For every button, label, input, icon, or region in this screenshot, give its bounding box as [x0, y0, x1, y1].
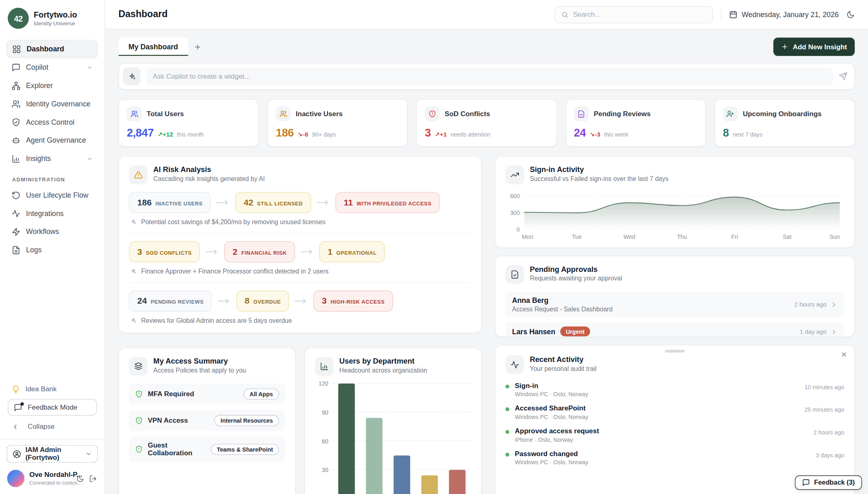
card-subtitle: Headcount across organization — [339, 367, 427, 373]
y-tick: 90 — [322, 409, 328, 415]
y-tick: 30 — [322, 467, 328, 473]
sparkles-icon — [130, 218, 137, 225]
sidebar-item-label: Agent Governance — [26, 136, 86, 144]
sidebar: 42 Fortytwo.io Identity Universe Dashboa… — [0, 0, 105, 494]
chevron-down-icon — [86, 64, 93, 71]
search-input[interactable] — [573, 11, 706, 18]
chevron-left-icon — [12, 423, 19, 430]
drag-handle[interactable] — [665, 350, 685, 353]
brand: 42 Fortytwo.io Identity Universe — [0, 0, 105, 34]
sidebar-item-label: Explorer — [26, 82, 53, 90]
message-icon — [14, 403, 22, 411]
sidebar-item-workflows[interactable]: Workflows — [7, 223, 98, 241]
role-selector-label: IAM Admin (Fortytwo) — [25, 446, 81, 461]
dept-bar-finance — [449, 470, 466, 494]
feedback-button[interactable]: Feedback (3) — [795, 475, 862, 490]
tab-my-dashboard[interactable]: My Dashboard — [119, 37, 188, 56]
role-selector[interactable]: IAM Admin (Fortytwo) — [7, 445, 98, 463]
policy-row-mfa: MFA Required All Apps — [129, 384, 285, 405]
risk-chip: 186INACTIVE USERS — [129, 192, 211, 213]
avatar[interactable] — [7, 469, 25, 487]
sign-in-activity-card: Sign-in Activity Successful vs Failed si… — [495, 156, 855, 248]
chevron-down-icon — [85, 450, 92, 457]
stat-card-upcoming-onboardings: Upcoming Onboardings 8 next 7 days — [715, 99, 855, 147]
risk-chip: 3SOD CONFLICTS — [129, 241, 200, 262]
sidebar-item-integrations[interactable]: Integrations — [7, 204, 98, 223]
y-axis: 0306090120 — [315, 384, 329, 494]
stat-suffix: next 7 days — [733, 131, 762, 138]
risk-chip: 1OPERATIONAL — [319, 241, 385, 262]
sidebar-item-dashboard[interactable]: Dashboard — [7, 40, 98, 58]
stat-card-sod-conflicts: SoD Conflicts 3 ↗+1 needs attention — [417, 99, 557, 147]
y-tick: 300 — [510, 210, 520, 216]
shield-icon — [135, 417, 143, 424]
y-tick: 0 — [517, 226, 520, 233]
search-box — [554, 6, 713, 23]
lightbulb-icon — [12, 385, 20, 393]
users-icon — [276, 106, 291, 121]
brand-logo: 42 — [8, 8, 29, 29]
ai-insight: Finance Approver + Finance Processor con… — [130, 268, 471, 274]
tab-bar: My Dashboard Add New Insight — [119, 37, 855, 56]
stat-delta: ↘-3 — [590, 131, 600, 139]
sidebar-item-agent-governance[interactable]: Agent Governance — [7, 131, 98, 150]
user-status: Connected to contos... — [29, 480, 72, 486]
collapse-button[interactable]: Collapse — [7, 419, 98, 434]
stat-label: Total Users — [147, 110, 184, 118]
idea-bank-button[interactable]: Idea Bank — [7, 382, 98, 397]
sidebar-item-label: Integrations — [26, 209, 64, 217]
arrow-right-icon — [216, 200, 230, 205]
risk-flow-reviews: 24PENDING REVIEWS 8OVERDUE 3HIGH-RISK AC… — [129, 291, 471, 312]
arrow-right-icon — [317, 200, 330, 205]
add-tab-button[interactable] — [194, 43, 201, 51]
sidebar-item-explorer[interactable]: Explorer — [7, 76, 98, 95]
risk-chip: 11WITH PRIVILEGED ACCESS — [336, 192, 440, 213]
activity-label: Password changed — [515, 450, 811, 458]
dept-bar-engineering — [338, 384, 355, 494]
card-title: My Access Summary — [153, 357, 246, 365]
sidebar-item-insights[interactable]: Insights — [7, 150, 98, 168]
card-title: Users by Department — [339, 357, 427, 365]
sidebar-item-label: User Lifecycle Flow — [26, 191, 88, 199]
sidebar-item-access-control[interactable]: Access Control — [7, 113, 98, 131]
sidebar-item-label: Dashboard — [27, 45, 64, 53]
y-tick: 600 — [510, 193, 520, 199]
activity-icon — [506, 355, 524, 374]
sidebar-item-copilot[interactable]: Copilot — [7, 58, 98, 77]
sidebar-item-label: Identity Governance — [26, 99, 91, 108]
date-picker[interactable]: Wednesday, January 21, 2026 — [729, 10, 839, 18]
policy-label: Guest Collaboration — [148, 442, 206, 457]
message-icon — [802, 479, 810, 486]
risk-chip: 24PENDING REVIEWS — [129, 291, 212, 312]
approval-name: Anna Berg — [512, 296, 613, 304]
card-subtitle: Successful vs Failed sign-ins over the l… — [530, 175, 668, 182]
moon-icon[interactable] — [76, 474, 84, 482]
insights-icon — [12, 154, 21, 163]
activity-detail: Windows PC · Oslo, Norway — [515, 413, 799, 420]
copilot-input[interactable] — [146, 68, 833, 85]
feedback-mode-button[interactable]: Feedback Mode — [8, 399, 97, 416]
file-check-icon — [574, 106, 589, 121]
close-icon[interactable] — [840, 351, 848, 358]
theme-toggle-moon-icon[interactable] — [846, 10, 855, 18]
department-bar-chart: 0306090120 — [315, 384, 471, 494]
add-new-insight-button[interactable]: Add New Insight — [773, 37, 855, 56]
file-check-icon — [506, 265, 524, 284]
divider — [129, 233, 471, 234]
approval-row[interactable]: Anna Berg Access Request - Sales Dashboa… — [506, 292, 844, 317]
user-circle-icon — [13, 450, 21, 458]
approval-row[interactable]: Lars HansenUrgent 1 day ago — [506, 322, 844, 337]
logout-icon[interactable] — [89, 474, 97, 482]
divider — [721, 8, 721, 21]
user-name: Ove Nordahl-P... — [29, 471, 72, 479]
policy-label: VPN Access — [148, 417, 210, 424]
calendar-icon — [729, 10, 737, 18]
sidebar-item-user-lifecycle-flow[interactable]: User Lifecycle Flow — [7, 186, 98, 204]
send-icon[interactable] — [839, 72, 848, 81]
ai-risk-analysis-card: AI Risk Analysis Cascading risk insights… — [119, 156, 482, 333]
stat-card-inactive-users: Inactive Users 186 ↘-8 90+ days — [267, 99, 408, 147]
sidebar-item-identity-governance[interactable]: Identity Governance — [7, 95, 98, 113]
sidebar-item-logs[interactable]: Logs — [7, 241, 98, 259]
pending-approvals-card: Pending Approvals Requests awaiting your… — [495, 256, 855, 337]
stat-label: Inactive Users — [296, 110, 342, 118]
